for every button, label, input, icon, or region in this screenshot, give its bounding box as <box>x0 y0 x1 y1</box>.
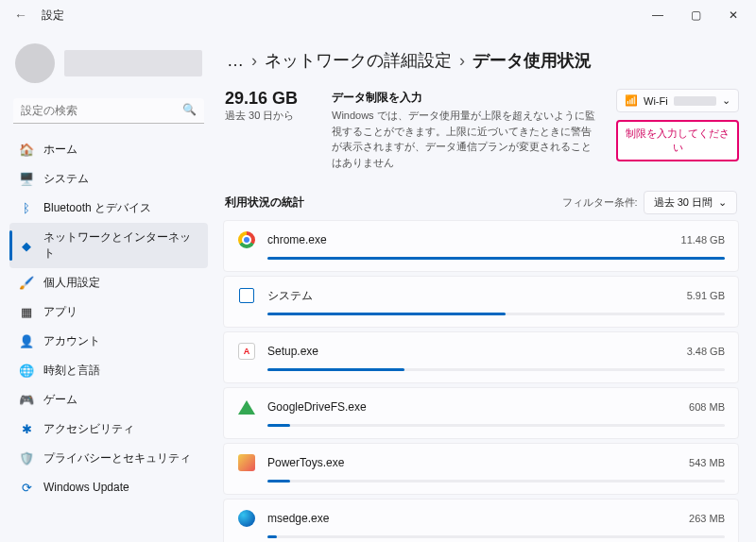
usage-summary: 29.16 GB 過去 30 日から <box>225 89 315 123</box>
sidebar-item-label: アカウント <box>43 333 100 349</box>
usage-bar <box>267 424 725 427</box>
usage-bar <box>267 535 725 538</box>
app-usage-item[interactable]: chrome.exe11.48 GB <box>223 220 739 272</box>
app-usage-item[interactable]: ASetup.exe3.48 GB <box>223 331 739 383</box>
app-name: chrome.exe <box>267 233 670 246</box>
app-size: 263 MB <box>689 513 725 524</box>
sidebar-item-apps[interactable]: ▦アプリ <box>9 297 208 327</box>
sidebar-item-bluetooth[interactable]: ᛒBluetooth とデバイス <box>9 194 208 223</box>
app-name: GoogleDriveFS.exe <box>267 400 678 414</box>
filter-label: フィルター条件: <box>562 195 638 210</box>
app-usage-item[interactable]: GoogleDriveFS.exe608 MB <box>223 387 739 439</box>
sidebar-item-gaming[interactable]: 🎮ゲーム <box>9 385 208 415</box>
shield-icon: 🛡️ <box>19 451 34 466</box>
app-size: 608 MB <box>689 401 725 413</box>
app-icon <box>237 509 256 528</box>
sidebar-item-label: ネットワークとインターネット <box>43 229 198 262</box>
app-name: Setup.exe <box>267 345 676 358</box>
chevron-down-icon: ⌄ <box>722 94 730 107</box>
accessibility-icon: ✱ <box>19 422 34 437</box>
sidebar-item-label: プライバシーとセキュリティ <box>43 450 191 466</box>
home-icon: 🏠 <box>19 143 34 158</box>
network-label: Wi-Fi <box>644 95 668 107</box>
app-name: システム <box>267 288 676 304</box>
titlebar: ← 設定 — ▢ ✕ <box>0 0 756 30</box>
app-usage-item[interactable]: システム5.91 GB <box>223 276 739 328</box>
sidebar-item-network[interactable]: ◆ネットワークとインターネット <box>9 223 208 268</box>
sidebar-item-label: ゲーム <box>43 392 77 408</box>
usage-bar <box>267 313 725 315</box>
sidebar-item-time[interactable]: 🌐時刻と言語 <box>9 356 208 385</box>
close-button[interactable]: ✕ <box>714 0 752 30</box>
usage-bar <box>267 368 725 371</box>
wifi-icon: 📶 <box>625 94 638 107</box>
usage-total: 29.16 GB <box>225 89 315 109</box>
app-usage-list: chrome.exe11.48 GBシステム5.91 GBASetup.exe3… <box>223 220 739 542</box>
avatar <box>15 43 55 83</box>
sidebar-item-label: Windows Update <box>43 481 129 494</box>
sidebar-item-label: 時刻と言語 <box>43 363 100 379</box>
sidebar-item-personalization[interactable]: 🖌️個人用設定 <box>9 268 208 297</box>
sidebar-item-label: アクセシビリティ <box>43 421 134 437</box>
app-name: msedge.exe <box>267 512 678 525</box>
sidebar-item-update[interactable]: ⟳Windows Update <box>9 473 208 501</box>
system-icon: 🖥️ <box>19 172 34 187</box>
brush-icon: 🖌️ <box>19 276 34 291</box>
minimize-button[interactable]: — <box>639 0 677 30</box>
maximize-button[interactable]: ▢ <box>677 0 714 30</box>
bluetooth-icon: ᛒ <box>19 201 34 216</box>
app-name: PowerToys.exe <box>267 456 678 469</box>
data-limit-title: データ制限を入力 <box>332 89 599 106</box>
app-size: 3.48 GB <box>687 346 725 357</box>
network-icon: ◆ <box>19 238 34 253</box>
network-name-placeholder <box>674 96 716 106</box>
sidebar-item-accessibility[interactable]: ✱アクセシビリティ <box>9 415 208 444</box>
stats-title: 利用状況の統計 <box>225 195 304 211</box>
back-button[interactable]: ← <box>9 8 32 23</box>
sidebar: 🔍 🏠ホーム 🖥️システム ᛒBluetooth とデバイス ◆ネットワークとイ… <box>0 30 217 542</box>
usage-bar <box>267 480 725 483</box>
enter-limit-button[interactable]: 制限を入力してください <box>616 120 739 161</box>
app-icon: A <box>237 342 256 361</box>
network-selector[interactable]: 📶 Wi-Fi ⌄ <box>616 89 739 112</box>
breadcrumb-parent[interactable]: ネットワークの詳細設定 <box>265 49 452 72</box>
sidebar-item-label: システム <box>43 171 89 187</box>
app-icon <box>237 286 256 305</box>
filter-dropdown[interactable]: 過去 30 日間 ⌄ <box>644 191 737 214</box>
nav-list: 🏠ホーム 🖥️システム ᛒBluetooth とデバイス ◆ネットワークとインタ… <box>9 135 208 501</box>
search-box[interactable]: 🔍 <box>13 98 204 124</box>
breadcrumb-ellipsis[interactable]: … <box>227 51 244 71</box>
sidebar-item-account[interactable]: 👤アカウント <box>9 327 208 356</box>
window-title: 設定 <box>42 8 64 24</box>
app-icon <box>237 230 256 249</box>
profile-name-placeholder <box>64 50 202 76</box>
app-size: 5.91 GB <box>687 290 725 301</box>
sidebar-item-privacy[interactable]: 🛡️プライバシーとセキュリティ <box>9 444 208 473</box>
game-icon: 🎮 <box>19 393 34 408</box>
search-input[interactable] <box>13 98 204 124</box>
data-limit-desc: Windows では、データ使用量が上限を超えないように監視することができます。… <box>332 108 599 170</box>
data-limit-info: データ制限を入力 Windows では、データ使用量が上限を超えないように監視す… <box>332 89 599 170</box>
search-icon: 🔍 <box>182 103 197 116</box>
breadcrumb: … › ネットワークの詳細設定 › データ使用状況 <box>223 40 739 89</box>
app-usage-item[interactable]: PowerToys.exe543 MB <box>223 443 739 495</box>
app-size: 543 MB <box>689 457 725 468</box>
sidebar-item-label: Bluetooth とデバイス <box>43 200 151 216</box>
chevron-right-icon: › <box>459 51 465 71</box>
update-icon: ⟳ <box>19 480 34 495</box>
main-panel: … › ネットワークの詳細設定 › データ使用状況 29.16 GB 過去 30… <box>217 30 756 542</box>
chevron-right-icon: › <box>251 51 257 71</box>
app-icon <box>237 398 256 416</box>
globe-icon: 🌐 <box>19 364 34 379</box>
sidebar-item-system[interactable]: 🖥️システム <box>9 164 208 194</box>
account-icon: 👤 <box>19 334 34 349</box>
breadcrumb-current: データ使用状況 <box>472 49 592 72</box>
app-icon <box>237 453 256 472</box>
profile-block[interactable] <box>9 38 208 98</box>
chevron-down-icon: ⌄ <box>718 196 727 209</box>
usage-period: 過去 30 日から <box>225 109 315 123</box>
sidebar-item-home[interactable]: 🏠ホーム <box>9 135 208 164</box>
app-usage-item[interactable]: msedge.exe263 MB <box>223 499 739 542</box>
app-size: 11.48 GB <box>681 234 725 246</box>
filter-value: 過去 30 日間 <box>654 195 713 210</box>
